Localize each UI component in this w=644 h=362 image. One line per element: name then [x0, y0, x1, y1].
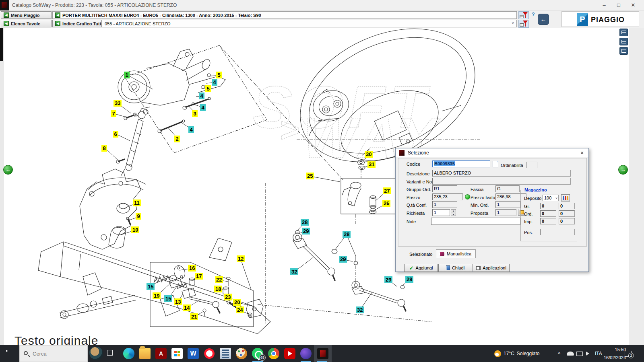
part-label-11[interactable]: 11: [133, 200, 141, 206]
product-bar[interactable]: ◀ PORTER MULTITECH MAXXI EURO4 - EURO5 -…: [52, 11, 517, 19]
richiesta-stepper[interactable]: ▲ ▼: [451, 209, 456, 216]
tab-selezionato[interactable]: Selezionato: [405, 251, 437, 258]
deposito-combobox[interactable]: 100˅: [543, 195, 559, 201]
pos-field[interactable]: [540, 229, 575, 235]
part-label-15[interactable]: 15: [164, 295, 172, 302]
dialog-close-button[interactable]: ✕: [578, 150, 586, 156]
part-label-5[interactable]: 5: [216, 72, 222, 78]
search-input[interactable]: [33, 351, 81, 357]
part-label-23[interactable]: 23: [224, 294, 232, 300]
part-label-1[interactable]: 1: [124, 72, 130, 78]
minimize-button[interactable]: –: [597, 0, 611, 10]
maximize-button[interactable]: □: [612, 0, 625, 10]
part-label-4[interactable]: 4: [199, 93, 204, 99]
part-label-26[interactable]: 26: [382, 200, 390, 207]
taskbar-item-chrome[interactable]: [266, 345, 282, 362]
close-button[interactable]: ✕: [626, 0, 640, 10]
taskbar-item-store[interactable]: [169, 345, 185, 362]
ordinabilita-field[interactable]: [526, 162, 537, 168]
part-label-17[interactable]: 17: [195, 273, 203, 280]
part-label-24[interactable]: 24: [236, 306, 244, 313]
fascia-field[interactable]: G: [495, 185, 520, 192]
language-indicator[interactable]: ITA: [595, 345, 602, 362]
taskbar-item-word[interactable]: W: [185, 345, 201, 362]
cart-tool-button[interactable]: [619, 29, 628, 36]
part-label-32[interactable]: 32: [356, 306, 364, 313]
applicazioni-button[interactable]: Applicazioni: [473, 264, 510, 272]
part-label-13[interactable]: 13: [174, 298, 182, 305]
part-label-28[interactable]: 28: [301, 219, 309, 226]
prezzo-field[interactable]: 235,23: [432, 193, 463, 200]
part-label-29[interactable]: 29: [302, 228, 310, 234]
part-label-4[interactable]: 4: [200, 104, 206, 111]
network-tray-icon[interactable]: [576, 345, 583, 362]
notification-center-button[interactable]: 2: [625, 345, 632, 362]
part-label-28[interactable]: 28: [343, 231, 351, 238]
min-ord-field[interactable]: 1: [495, 201, 520, 208]
part-label-9[interactable]: 9: [136, 213, 141, 220]
taskbar-item-youtube[interactable]: [282, 345, 298, 362]
gruppo-field[interactable]: R1: [432, 185, 457, 192]
part-label-30[interactable]: 30: [365, 151, 373, 158]
part-label-20[interactable]: 20: [233, 299, 241, 306]
part-label-31[interactable]: 31: [367, 161, 376, 168]
taskbar-item-edge[interactable]: [121, 345, 137, 362]
varianti-field[interactable]: [432, 178, 571, 185]
volume-tray-icon[interactable]: [586, 345, 589, 362]
task-view-button[interactable]: [105, 349, 114, 357]
taskbar-clock[interactable]: 15:50 16/02/2024: [604, 345, 626, 362]
part-label-15[interactable]: 15: [147, 283, 155, 290]
richiesta-field[interactable]: 1: [432, 209, 450, 216]
part-label-18[interactable]: 18: [214, 286, 222, 292]
menu-piaggio-button[interactable]: ◀ Menù Piaggio: [1, 11, 52, 19]
elenco-tavole-button[interactable]: ◀ Elenco Tavole: [1, 20, 52, 27]
stepper-down-icon[interactable]: ▼: [451, 213, 456, 216]
part-label-19[interactable]: 19: [153, 292, 161, 299]
document-icon[interactable]: [493, 161, 498, 167]
start-button[interactable]: [0, 345, 19, 362]
filter-table-button[interactable]: [518, 11, 529, 19]
taskbar-item-opera[interactable]: [201, 345, 217, 362]
taskbar-item-softway-active[interactable]: [314, 345, 332, 362]
taskbar-item-acrobat[interactable]: A: [153, 345, 169, 362]
custom-bird-icon[interactable]: [89, 347, 103, 360]
part-label-27[interactable]: 27: [383, 187, 391, 194]
part-label-29[interactable]: 29: [384, 276, 392, 283]
next-table-button[interactable]: →: [618, 165, 628, 175]
aggiungi-button[interactable]: ✓ Aggiungi: [404, 264, 438, 272]
part-label-25[interactable]: 25: [306, 173, 314, 179]
tavola-combobox[interactable]: 055 - ARTICOLAZIONE STERZO ˅: [102, 20, 517, 27]
codice-field[interactable]: B0009835: [432, 160, 490, 167]
part-label-22[interactable]: 22: [215, 276, 223, 283]
tray-expand-button[interactable]: ^: [558, 345, 560, 362]
stepper-up-icon[interactable]: ▲: [451, 209, 456, 212]
previous-table-button[interactable]: ←: [3, 165, 13, 175]
part-label-12[interactable]: 12: [237, 255, 245, 262]
taskbar-item-whatsapp[interactable]: 65: [250, 345, 266, 362]
note-field[interactable]: [431, 218, 520, 225]
dialog-title-bar[interactable]: Selezione ✕: [396, 148, 588, 157]
part-label-3[interactable]: 3: [192, 110, 198, 117]
weather-widget[interactable]: 17°C Soleggiato: [494, 345, 540, 362]
part-label-32[interactable]: 32: [290, 268, 298, 275]
part-label-4[interactable]: 4: [188, 126, 194, 133]
stock-chart-button[interactable]: [561, 194, 570, 202]
part-label-5[interactable]: 5: [205, 85, 211, 92]
taskbar-item-media[interactable]: [298, 345, 314, 362]
part-label-29[interactable]: 29: [339, 256, 347, 263]
qta-field[interactable]: 1: [432, 201, 457, 208]
export-tool-button[interactable]: [619, 47, 628, 55]
taskbar-item-explorer[interactable]: [137, 345, 153, 362]
back-button[interactable]: ←: [538, 14, 549, 25]
list-tool-button[interactable]: [619, 38, 628, 45]
part-label-2[interactable]: 2: [174, 136, 180, 142]
taskbar-search[interactable]: [19, 345, 88, 362]
part-label-6[interactable]: 6: [113, 131, 118, 138]
part-label-7[interactable]: 7: [111, 110, 116, 117]
indice-grafico-button[interactable]: ◀ Indice Grafico Tutte le: [52, 20, 102, 27]
proposta-field[interactable]: 1: [495, 209, 516, 216]
part-label-33[interactable]: 33: [114, 100, 122, 107]
tab-manualistica[interactable]: Manualistica: [436, 249, 476, 258]
part-label-28[interactable]: 28: [405, 276, 413, 283]
taskbar-item-scanner[interactable]: [217, 345, 233, 362]
